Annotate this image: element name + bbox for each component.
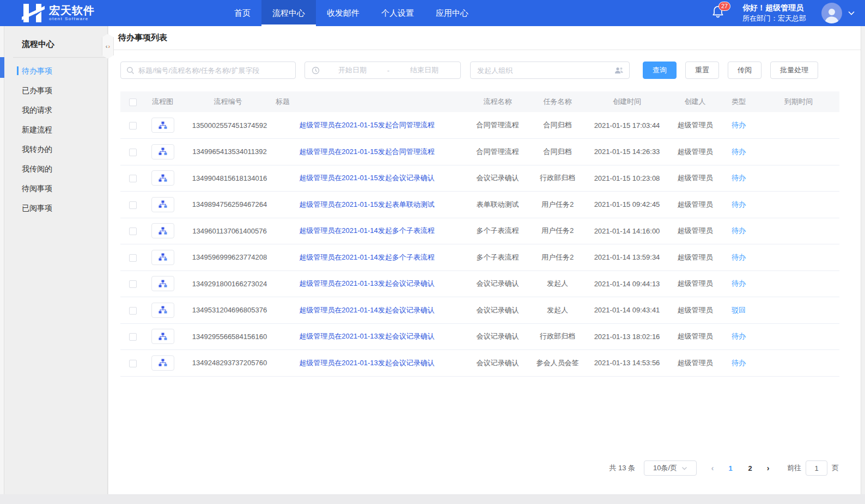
row-checkbox[interactable]: [129, 254, 137, 262]
sidebar-item-todo[interactable]: 待办事项: [4, 61, 107, 81]
nav-tab-app-center[interactable]: 应用中心: [425, 0, 479, 26]
page-size-select[interactable]: 10条/页: [644, 460, 697, 476]
sidebar-item-label: 新建流程: [22, 120, 52, 139]
creator: 超级管理员: [678, 359, 713, 367]
user-avatar[interactable]: [821, 3, 842, 23]
created-time-cell: 2021-01-13 18:02:16: [583, 323, 671, 350]
sidebar-item-to-read[interactable]: 待阅事项: [4, 179, 107, 198]
clock-icon: [312, 66, 320, 75]
right-scrollbar[interactable]: [861, 26, 865, 494]
row-checkbox[interactable]: [129, 149, 137, 156]
sidebar-item-done[interactable]: 已办事项: [4, 81, 107, 100]
title-link[interactable]: 超级管理员在2021-01-15发起表单联动测试: [299, 200, 435, 208]
goto-page-input[interactable]: [806, 460, 827, 476]
title-link[interactable]: 超级管理员在2021-01-15发起合同管理流程: [299, 147, 435, 156]
row-checkbox[interactable]: [129, 307, 137, 315]
batch-process-button[interactable]: 批量处理: [770, 62, 818, 79]
start-date-placeholder[interactable]: 开始日期: [322, 65, 383, 75]
flow-diagram-button[interactable]: [151, 197, 174, 212]
flow-name: 会议记录确认: [477, 332, 519, 340]
title-link[interactable]: 超级管理员在2021-01-14发起多个子表流程: [299, 226, 435, 235]
nav-tab-home[interactable]: 首页: [223, 0, 261, 26]
row-checkbox[interactable]: [129, 175, 137, 182]
row-checkbox[interactable]: [129, 280, 137, 288]
status-link[interactable]: 待办: [732, 279, 746, 287]
flow-diagram-button[interactable]: [151, 276, 174, 291]
created-time-cell: 2021-01-15 17:03:44: [583, 112, 671, 139]
created-time-cell: 2021-01-15 09:42:45: [583, 192, 671, 218]
flow-diagram-button[interactable]: [151, 355, 174, 371]
select-all-checkbox[interactable]: [129, 99, 137, 106]
status-link[interactable]: 待办: [732, 253, 746, 261]
status-link[interactable]: 待办: [732, 359, 746, 367]
flow-diagram-button[interactable]: [151, 170, 174, 186]
flowchart-icon: [159, 359, 167, 367]
row-checkbox[interactable]: [129, 360, 137, 367]
logo-title: 宏天软件: [49, 4, 95, 16]
title-link[interactable]: 超级管理员在2021-01-13发起会议记录确认: [299, 279, 435, 287]
creator-cell: 超级管理员: [671, 297, 720, 324]
flow-diagram-button[interactable]: [151, 118, 174, 133]
user-menu-chevron-down-icon[interactable]: [848, 10, 855, 16]
next-page-button[interactable]: ›: [760, 464, 776, 472]
nav-tab-personal-settings[interactable]: 个人设置: [370, 0, 425, 26]
task-name: 发起人: [547, 306, 568, 314]
table-header-row: 流程图 流程编号 标题 流程名称 任务名称 创建时间 创建人 类型 到期时间: [120, 91, 839, 112]
title-link[interactable]: 超级管理员在2021-01-14发起多个子表流程: [299, 253, 435, 261]
left-scrollbar-thumb[interactable]: [0, 57, 4, 78]
sidebar-collapse-toggle[interactable]: ‹ ›: [102, 34, 114, 59]
flow-diagram-button[interactable]: [151, 329, 174, 344]
table-row: 1350002557451374592 超级管理员在2021-01-15发起合同…: [120, 112, 839, 139]
row-checkbox[interactable]: [129, 201, 137, 209]
due-time-cell: [758, 192, 839, 218]
flow-diagram-button[interactable]: [151, 144, 174, 159]
sidebar-item-my-requests[interactable]: 我的请求: [4, 100, 107, 120]
row-checkbox[interactable]: [129, 228, 137, 235]
title-link[interactable]: 超级管理员在2021-01-15发起会议记录确认: [299, 174, 435, 182]
reset-button[interactable]: 重置: [685, 62, 719, 79]
flow-diagram-button[interactable]: [151, 303, 174, 318]
keyword-search-input[interactable]: [138, 62, 290, 78]
prev-page-button[interactable]: ‹: [704, 464, 721, 472]
flow-diagram-button[interactable]: [151, 223, 174, 238]
notification-button[interactable]: 27: [712, 5, 726, 21]
flow-name: 多个子表流程: [477, 226, 519, 235]
sidebar-item-new-process[interactable]: 新建流程: [4, 120, 107, 139]
status-link[interactable]: 驳回: [732, 306, 746, 314]
date-range-picker[interactable]: 开始日期 - 结束日期: [304, 62, 461, 79]
status-link[interactable]: 待办: [732, 226, 746, 235]
due-time-cell: [758, 244, 839, 271]
active-indicator-bar: [17, 125, 19, 134]
search-button[interactable]: 查询: [643, 62, 677, 79]
people-icon[interactable]: [614, 66, 624, 77]
table-row: 1349904815618134016 超级管理员在2021-01-15发起会议…: [120, 165, 839, 192]
sidebar-item-read[interactable]: 已阅事项: [4, 198, 107, 218]
sidebar-item-circulated-by-me[interactable]: 我传阅的: [4, 159, 107, 179]
title-link[interactable]: 超级管理员在2021-01-15发起合同管理流程: [299, 121, 435, 129]
status-link[interactable]: 待办: [732, 200, 746, 208]
nav-tab-mail[interactable]: 收发邮件: [316, 0, 370, 26]
end-date-placeholder[interactable]: 结束日期: [394, 65, 455, 75]
status-link[interactable]: 待办: [732, 174, 746, 182]
row-checkbox[interactable]: [129, 333, 137, 341]
sidebar-item-transferred[interactable]: 我转办的: [4, 139, 107, 159]
page-number-2[interactable]: 2: [742, 464, 758, 472]
flow-name-cell: 表单联动测试: [464, 192, 532, 218]
flowchart-icon: [159, 121, 167, 130]
creator-cell: 超级管理员: [671, 112, 720, 139]
page-number-1[interactable]: 1: [722, 464, 739, 472]
type-cell: 待办: [720, 192, 758, 218]
originator-org-input[interactable]: [477, 62, 611, 78]
active-indicator-bar: [17, 184, 19, 193]
title-link[interactable]: 超级管理员在2021-01-13发起会议记录确认: [299, 332, 435, 340]
status-link[interactable]: 待办: [732, 121, 746, 129]
circulate-button[interactable]: 传阅: [728, 62, 762, 79]
status-link[interactable]: 待办: [732, 332, 746, 340]
flow-diagram-button[interactable]: [151, 250, 174, 265]
status-link[interactable]: 待办: [732, 147, 746, 156]
title-link[interactable]: 超级管理员在2021-01-14发起会议记录确认: [299, 306, 435, 314]
creator: 超级管理员: [678, 121, 713, 129]
nav-tab-process-center[interactable]: 流程中心: [261, 0, 316, 26]
title-link[interactable]: 超级管理员在2021-01-13发起会议记录确认: [299, 359, 435, 367]
row-checkbox[interactable]: [129, 122, 137, 130]
